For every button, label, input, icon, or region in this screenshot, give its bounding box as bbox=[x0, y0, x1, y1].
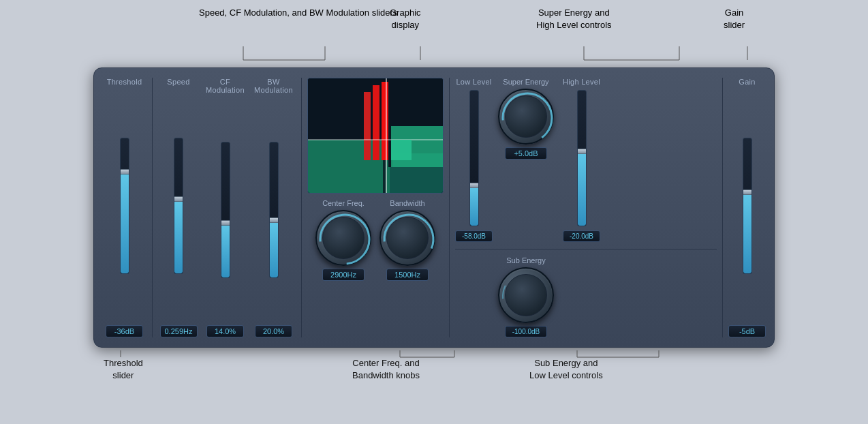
threshold-handle[interactable] bbox=[120, 169, 129, 175]
sub-energy-knob[interactable] bbox=[498, 267, 554, 323]
high-level-section: High Level -20.0dB bbox=[559, 78, 604, 242]
bottom-annotation-brackets bbox=[93, 350, 775, 398]
cf-modulation-handle[interactable] bbox=[221, 220, 230, 226]
sub-energy-annotation: Sub Energy andLow Level controls bbox=[529, 357, 603, 382]
bw-modulation-label: BW Modulation bbox=[254, 78, 293, 94]
graphic-display-section: Center Freq. 2900Hz Bandwidth bbox=[307, 78, 444, 337]
center-freq-knob[interactable] bbox=[315, 210, 371, 266]
sub-energy-value: -100.0dB bbox=[505, 326, 547, 337]
divider-2 bbox=[301, 78, 302, 337]
super-energy-area: Super Energy +5.0dB bbox=[498, 78, 554, 160]
speed-section: Speed 0.259Hz bbox=[158, 78, 199, 337]
svg-point-23 bbox=[499, 269, 555, 324]
cf-modulation-value: 14.0% bbox=[206, 325, 244, 337]
divider-1 bbox=[152, 78, 153, 337]
threshold-fill bbox=[121, 172, 129, 273]
speed-label: Speed bbox=[167, 78, 189, 86]
high-level-fill bbox=[578, 151, 586, 226]
high-level-handle[interactable] bbox=[577, 149, 587, 154]
low-level-track-container bbox=[469, 90, 479, 226]
energy-section: Low Level -58.0dB Super Energy bbox=[455, 78, 717, 337]
cf-modulation-track-container bbox=[221, 98, 230, 321]
plugin-container: Threshold -36dB Speed 0.259Hz CF Modulat… bbox=[93, 67, 775, 348]
super-energy-row: Low Level -58.0dB Super Energy bbox=[455, 78, 717, 242]
low-level-handle[interactable] bbox=[469, 183, 479, 188]
svg-rect-13 bbox=[373, 85, 379, 160]
threshold-section: Threshold -36dB bbox=[102, 78, 146, 337]
bandwidth-arc bbox=[381, 211, 437, 267]
super-energy-value: +5.0dB bbox=[505, 147, 547, 160]
speed-fill bbox=[174, 199, 183, 273]
gain-value: -5dB bbox=[728, 325, 766, 337]
bandwidth-knob[interactable] bbox=[379, 210, 435, 266]
center-freq-label: Center Freq. bbox=[322, 199, 365, 207]
speed-value: 0.259Hz bbox=[160, 325, 198, 337]
threshold-track[interactable] bbox=[120, 138, 129, 274]
gain-slider-annotation: Gainslider bbox=[724, 7, 745, 31]
high-level-label: High Level bbox=[563, 78, 600, 86]
sub-energy-arc bbox=[499, 269, 555, 324]
gain-section: Gain -5dB bbox=[728, 78, 766, 337]
bw-modulation-value: 20.0% bbox=[255, 325, 292, 337]
cf-modulation-fill bbox=[221, 223, 230, 277]
graphic-display-annotation: Graphicdisplay bbox=[390, 7, 421, 31]
high-level-track[interactable] bbox=[577, 90, 587, 226]
low-level-fill bbox=[470, 185, 478, 226]
speed-track-container bbox=[174, 90, 183, 321]
speed-cf-bw-annotation: Speed, CF Modulation, and BW Modulation … bbox=[199, 7, 397, 19]
gain-fill bbox=[743, 192, 751, 273]
cf-modulation-label: CF Modulation bbox=[206, 78, 245, 94]
super-energy-annotation: Super Energy andHigh Level controls bbox=[536, 7, 612, 31]
threshold-track-container bbox=[120, 90, 129, 321]
divider-3 bbox=[449, 78, 450, 337]
svg-rect-14 bbox=[382, 82, 388, 160]
bw-modulation-fill bbox=[270, 220, 278, 277]
sub-energy-area: Sub Energy -100.0dB bbox=[498, 256, 554, 337]
gain-track-container bbox=[743, 90, 752, 321]
low-level-value: -58.0dB bbox=[455, 230, 493, 242]
super-energy-title: Super Energy bbox=[503, 78, 548, 86]
svg-point-22 bbox=[499, 90, 555, 146]
threshold-value: -36dB bbox=[106, 325, 143, 337]
bw-modulation-handle[interactable] bbox=[269, 217, 279, 223]
bw-modulation-track-container bbox=[269, 98, 279, 321]
svg-rect-12 bbox=[364, 92, 371, 160]
divider-4 bbox=[722, 78, 723, 337]
bandwidth-value: 1500Hz bbox=[386, 269, 429, 281]
center-freq-section: Center Freq. 2900Hz bbox=[315, 199, 371, 281]
center-freq-arc bbox=[317, 211, 373, 267]
bw-modulation-track[interactable] bbox=[269, 142, 279, 278]
low-level-label: Low Level bbox=[456, 78, 491, 86]
high-level-value: -20.0dB bbox=[563, 230, 600, 242]
high-level-track-container bbox=[577, 90, 587, 226]
speed-track[interactable] bbox=[174, 138, 183, 274]
svg-point-20 bbox=[317, 211, 373, 267]
display-svg bbox=[308, 78, 444, 194]
bandwidth-label: Bandwidth bbox=[390, 199, 424, 207]
svg-point-21 bbox=[381, 211, 437, 267]
cf-modulation-section: CF Modulation 14.0% bbox=[203, 78, 247, 337]
center-freq-bandwidth-annotation: Center Freq. andBandwidth knobs bbox=[352, 357, 420, 382]
gain-label: Gain bbox=[739, 78, 755, 86]
speed-handle[interactable] bbox=[174, 196, 183, 202]
sub-energy-title: Sub Energy bbox=[506, 256, 545, 264]
svg-rect-19 bbox=[391, 140, 412, 160]
threshold-slider-annotation: Thresholdslider bbox=[104, 357, 143, 382]
threshold-label: Threshold bbox=[107, 78, 142, 86]
gain-track[interactable] bbox=[743, 138, 752, 274]
knob-row: Center Freq. 2900Hz Bandwidth bbox=[315, 199, 435, 281]
bandwidth-section: Bandwidth 1500Hz bbox=[379, 199, 435, 281]
cf-modulation-track[interactable] bbox=[221, 142, 230, 278]
display-screen bbox=[307, 78, 444, 194]
super-energy-knob[interactable] bbox=[498, 89, 554, 145]
sub-energy-row: Sub Energy -100.0dB bbox=[455, 256, 717, 337]
super-energy-arc bbox=[499, 90, 555, 146]
annotation-brackets bbox=[93, 7, 775, 65]
center-freq-value: 2900Hz bbox=[322, 269, 365, 281]
energy-divider bbox=[455, 249, 717, 249]
bw-modulation-section: BW Modulation 20.0% bbox=[251, 78, 296, 337]
low-level-track[interactable] bbox=[469, 90, 479, 226]
low-level-section: Low Level -58.0dB bbox=[455, 78, 493, 242]
gain-handle[interactable] bbox=[743, 190, 752, 195]
